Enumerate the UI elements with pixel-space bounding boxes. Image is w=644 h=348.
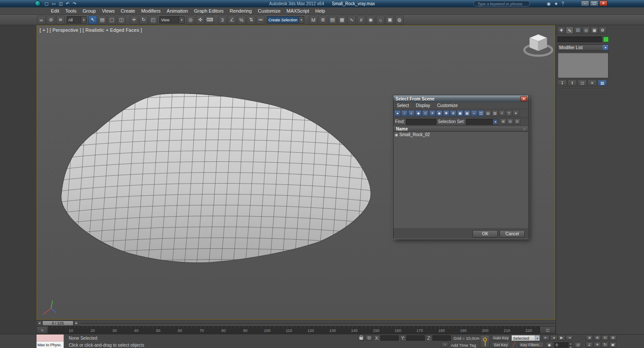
selection-lock-toggle[interactable]	[358, 335, 365, 341]
time-configuration-button[interactable]: ◷	[574, 342, 582, 348]
render-production-icon[interactable]: ◍	[395, 16, 404, 24]
menu-animation[interactable]: Animation	[164, 8, 191, 14]
3ds-max-logo-icon[interactable]	[35, 0, 41, 7]
tab-display[interactable]: ▣	[590, 27, 598, 34]
field-of-view-icon[interactable]: ∠	[586, 342, 593, 348]
menu-modifiers[interactable]: Modifiers	[138, 8, 164, 14]
hierarchy-view-icon[interactable]: ≡	[499, 110, 505, 117]
menu-graph-editors[interactable]: Graph Editors	[191, 8, 227, 14]
time-slider-track[interactable]	[80, 323, 555, 324]
absolute-mode-toggle[interactable]: ⊡	[366, 335, 372, 341]
rock-mesh[interactable]	[57, 89, 379, 271]
close-icon[interactable]: ✕	[520, 96, 527, 101]
redo-icon[interactable]: ↷	[73, 0, 76, 7]
menu-customize[interactable]: Customize	[255, 8, 284, 14]
chevron-down-icon[interactable]: ▾	[299, 17, 304, 23]
ok-button[interactable]: OK	[473, 230, 498, 238]
material-editor-icon[interactable]: ◉	[366, 16, 375, 24]
list-view-icon[interactable]: ▤	[485, 110, 491, 117]
object-name-field[interactable]	[557, 37, 602, 42]
scene-list[interactable]: ◉Small_Rock_02	[393, 132, 528, 228]
selection-set-dropdown[interactable]: Selected ▾	[511, 335, 540, 341]
cancel-button[interactable]: Cancel	[500, 230, 525, 238]
zoom-extents-all-icon[interactable]: ⊞	[609, 335, 617, 341]
render-setup-icon[interactable]: ☼	[376, 16, 385, 24]
zoom-extents-icon[interactable]: ⊡	[601, 335, 609, 341]
remove-modifier-button[interactable]: ✕	[587, 80, 597, 86]
chevron-down-icon[interactable]: ▾	[179, 17, 184, 23]
dialog-menu-customize[interactable]: Customize	[434, 103, 461, 108]
maximize-button[interactable]: ▢	[590, 0, 598, 6]
z-coordinate-field[interactable]	[433, 335, 451, 341]
modifier-list-dropdown[interactable]: Modifier List ▾	[557, 44, 609, 51]
time-slider-right-arrow[interactable]: ▸	[74, 321, 79, 326]
x-coordinate-field[interactable]	[380, 335, 399, 341]
key-filters-button[interactable]: Key Filters...	[519, 342, 544, 348]
infocenter-search-input[interactable]	[473, 1, 530, 7]
dialog-menu-select[interactable]: Select	[393, 103, 413, 108]
time-slider-left-arrow[interactable]: ◂	[37, 321, 42, 326]
rectangular-selection-region-icon[interactable]: ▢	[107, 16, 116, 24]
select-and-link-icon[interactable]: ∞	[37, 16, 46, 24]
filter-icon[interactable]: ▽	[506, 110, 512, 117]
select-and-manipulate-icon[interactable]: ✜	[196, 16, 205, 24]
snaps-toggle-3d-icon[interactable]: 3	[218, 16, 227, 24]
angle-snap-toggle-icon[interactable]: ∠	[228, 16, 236, 24]
modifier-stack[interactable]	[557, 52, 609, 78]
help-icon[interactable]: ?	[561, 0, 564, 7]
auto-key-button[interactable]: Auto Key	[492, 335, 510, 341]
chevron-down-icon[interactable]: ▾	[603, 45, 608, 50]
display-all-icon[interactable]: ●	[394, 110, 401, 117]
list-item[interactable]: ◉Small_Rock_02	[393, 132, 528, 137]
add-selection-set-icon[interactable]: ⊞	[500, 118, 506, 125]
add-time-tag[interactable]: Add Time Tag	[451, 343, 476, 348]
percent-snap-toggle-icon[interactable]: %	[237, 16, 246, 24]
dialog-menu-display[interactable]: Display	[413, 103, 434, 108]
display-xrefs-icon[interactable]: ▦	[464, 110, 470, 117]
set-key-button[interactable]: Set Key	[492, 342, 510, 348]
open-file-icon[interactable]: ▭	[51, 0, 55, 7]
display-none-icon[interactable]: ○	[401, 110, 408, 117]
menu-views[interactable]: Views	[99, 8, 117, 14]
menu-edit[interactable]: Edit	[48, 8, 62, 14]
save-file-icon[interactable]: ◫	[59, 0, 63, 7]
macro-recorder-strip[interactable]	[37, 335, 64, 341]
display-space-warps-icon[interactable]: ≋	[450, 110, 456, 117]
object-color-swatch[interactable]	[603, 37, 609, 42]
go-to-start-button[interactable]: ⇤	[542, 335, 550, 341]
display-helpers-icon[interactable]: ✚	[443, 110, 449, 117]
chevron-down-icon[interactable]: ▾	[535, 335, 540, 341]
make-unique-button[interactable]: ◳	[577, 80, 587, 86]
graphite-modeling-tools-icon[interactable]: ▦	[338, 16, 346, 24]
spinner-up-icon[interactable]: ▴	[569, 342, 573, 345]
configure-modifier-sets-button[interactable]: ▤	[597, 80, 607, 86]
go-to-end-button[interactable]: ⇥	[566, 335, 573, 341]
minimize-button[interactable]: –	[581, 0, 589, 6]
set-keys-button[interactable]	[480, 335, 490, 348]
time-slider-handle[interactable]: 0 / 225	[42, 321, 74, 326]
display-groups-icon[interactable]: ▣	[457, 110, 463, 117]
tab-create[interactable]: ✚	[557, 27, 565, 34]
select-and-rotate-icon[interactable]: ↻	[139, 16, 148, 24]
frame-spinner[interactable]: ▴ ▾	[569, 342, 573, 348]
selection-filter-dropdown[interactable]: All▾	[67, 16, 87, 23]
favorites-icon[interactable]: ★	[554, 0, 558, 7]
tab-hierarchy[interactable]: ⊟	[574, 27, 582, 34]
undo-icon[interactable]: ↶	[66, 0, 69, 7]
communication-center-icon[interactable]: ◉	[547, 0, 551, 7]
play-animation-button[interactable]: ▶	[558, 335, 565, 341]
bind-to-space-warp-icon[interactable]: ≋	[56, 16, 65, 24]
time-tag-icon[interactable]: ◔	[441, 342, 448, 348]
list-header[interactable]: Name △	[393, 126, 528, 132]
select-and-move-icon[interactable]: ✛	[130, 16, 138, 24]
chevron-down-icon[interactable]: ▾	[81, 17, 86, 23]
previous-key-button[interactable]: ◂	[550, 335, 557, 341]
column-view-icon[interactable]: ▥	[492, 110, 498, 117]
display-invert-icon[interactable]: ◐	[408, 110, 415, 117]
key-mode-toggle[interactable]: ◆	[546, 342, 553, 348]
layer-manager-icon[interactable]: ▤	[328, 16, 337, 24]
rock-surface[interactable]	[61, 94, 371, 263]
display-geometry-icon[interactable]: ◆	[415, 110, 422, 117]
new-file-icon[interactable]: ▢	[44, 0, 48, 7]
zoom-all-icon[interactable]: ⊚	[594, 335, 601, 341]
